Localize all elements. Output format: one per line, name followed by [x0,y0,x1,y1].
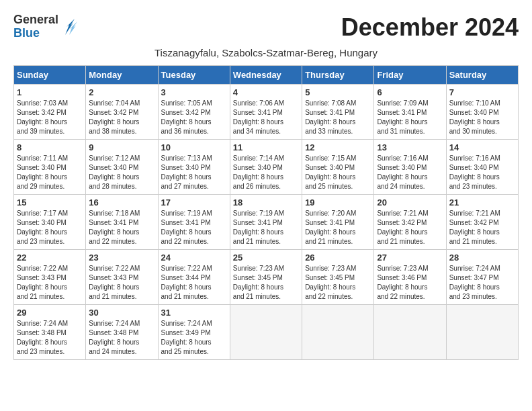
header-tuesday: Tuesday [158,66,230,85]
day-info: Sunrise: 7:18 AM Sunset: 3:41 PM Dayligh… [89,209,154,246]
day-number: 29 [17,308,83,318]
day-number: 19 [305,197,371,208]
day-info: Sunrise: 7:22 AM Sunset: 3:44 PM Dayligh… [161,264,227,302]
day-info: Sunrise: 7:20 AM Sunset: 3:41 PM Dayligh… [305,209,371,246]
table-row: 10Sunrise: 7:13 AM Sunset: 3:40 PM Dayli… [158,140,230,195]
day-info: Sunrise: 7:19 AM Sunset: 3:41 PM Dayligh… [161,209,227,246]
table-row: 9Sunrise: 7:12 AM Sunset: 3:40 PM Daylig… [86,140,158,195]
calendar-week-row: 22Sunrise: 7:22 AM Sunset: 3:43 PM Dayli… [14,250,519,305]
calendar-week-row: 29Sunrise: 7:24 AM Sunset: 3:48 PM Dayli… [14,305,519,360]
day-info: Sunrise: 7:06 AM Sunset: 3:41 PM Dayligh… [233,99,299,136]
day-number: 26 [305,253,371,263]
table-row: 17Sunrise: 7:19 AM Sunset: 3:41 PM Dayli… [158,195,230,250]
table-row: 8Sunrise: 7:11 AM Sunset: 3:40 PM Daylig… [14,140,86,195]
table-row: 26Sunrise: 7:23 AM Sunset: 3:45 PM Dayli… [302,250,374,305]
day-number: 2 [89,87,154,97]
calendar-week-row: 15Sunrise: 7:17 AM Sunset: 3:40 PM Dayli… [14,195,519,250]
table-row: 15Sunrise: 7:17 AM Sunset: 3:40 PM Dayli… [14,195,86,250]
day-info: Sunrise: 7:23 AM Sunset: 3:45 PM Dayligh… [305,264,371,302]
day-number: 18 [233,197,299,208]
table-row: 29Sunrise: 7:24 AM Sunset: 3:48 PM Dayli… [14,305,86,360]
logo: General Blue [13,13,81,40]
header-saturday: Saturday [446,66,518,85]
day-number: 16 [89,197,154,208]
table-row [230,305,302,360]
header-monday: Monday [86,66,158,85]
day-info: Sunrise: 7:04 AM Sunset: 3:42 PM Dayligh… [89,99,154,136]
day-info: Sunrise: 7:21 AM Sunset: 3:42 PM Dayligh… [377,209,443,246]
day-number: 27 [377,253,443,263]
day-number: 25 [233,253,299,263]
day-info: Sunrise: 7:05 AM Sunset: 3:42 PM Dayligh… [161,99,227,136]
table-row: 25Sunrise: 7:23 AM Sunset: 3:45 PM Dayli… [230,250,302,305]
day-number: 1 [17,87,83,97]
day-info: Sunrise: 7:19 AM Sunset: 3:41 PM Dayligh… [233,209,299,246]
table-row: 27Sunrise: 7:23 AM Sunset: 3:46 PM Dayli… [374,250,446,305]
table-row: 18Sunrise: 7:19 AM Sunset: 3:41 PM Dayli… [230,195,302,250]
day-info: Sunrise: 7:24 AM Sunset: 3:47 PM Dayligh… [449,264,515,302]
table-row: 3Sunrise: 7:05 AM Sunset: 3:42 PM Daylig… [158,85,230,140]
day-info: Sunrise: 7:09 AM Sunset: 3:41 PM Dayligh… [377,99,443,136]
month-title: December 2024 [341,13,519,42]
day-number: 15 [17,197,83,208]
day-number: 8 [17,142,83,152]
day-number: 20 [377,197,443,208]
day-number: 28 [449,253,515,263]
day-info: Sunrise: 7:15 AM Sunset: 3:40 PM Dayligh… [305,154,371,191]
day-number: 23 [89,253,154,263]
table-row [302,305,374,360]
table-row: 2Sunrise: 7:04 AM Sunset: 3:42 PM Daylig… [86,85,158,140]
day-info: Sunrise: 7:24 AM Sunset: 3:49 PM Dayligh… [161,319,227,357]
day-number: 11 [233,142,299,152]
page-header: General Blue December 2024 [13,13,519,42]
table-row: 1Sunrise: 7:03 AM Sunset: 3:42 PM Daylig… [14,85,86,140]
day-number: 4 [233,87,299,97]
day-info: Sunrise: 7:23 AM Sunset: 3:46 PM Dayligh… [377,264,443,302]
day-number: 7 [449,87,515,97]
day-number: 21 [449,197,515,208]
table-row: 16Sunrise: 7:18 AM Sunset: 3:41 PM Dayli… [86,195,158,250]
table-row: 4Sunrise: 7:06 AM Sunset: 3:41 PM Daylig… [230,85,302,140]
day-number: 6 [377,87,443,97]
day-info: Sunrise: 7:24 AM Sunset: 3:48 PM Dayligh… [89,319,154,357]
weekday-header-row: Sunday Monday Tuesday Wednesday Thursday… [14,66,519,85]
day-info: Sunrise: 7:21 AM Sunset: 3:42 PM Dayligh… [449,209,515,246]
day-info: Sunrise: 7:10 AM Sunset: 3:40 PM Dayligh… [449,99,515,136]
calendar-week-row: 8Sunrise: 7:11 AM Sunset: 3:40 PM Daylig… [14,140,519,195]
day-info: Sunrise: 7:17 AM Sunset: 3:40 PM Dayligh… [17,209,83,246]
table-row: 14Sunrise: 7:16 AM Sunset: 3:40 PM Dayli… [446,140,518,195]
day-info: Sunrise: 7:22 AM Sunset: 3:43 PM Dayligh… [89,264,154,302]
day-number: 3 [161,87,227,97]
logo-general-text: General [13,13,58,27]
table-row: 7Sunrise: 7:10 AM Sunset: 3:40 PM Daylig… [446,85,518,140]
day-info: Sunrise: 7:22 AM Sunset: 3:43 PM Dayligh… [17,264,83,302]
header-friday: Friday [374,66,446,85]
table-row: 19Sunrise: 7:20 AM Sunset: 3:41 PM Dayli… [302,195,374,250]
logo-blue-text: Blue [13,27,58,40]
day-info: Sunrise: 7:23 AM Sunset: 3:45 PM Dayligh… [233,264,299,302]
calendar-week-row: 1Sunrise: 7:03 AM Sunset: 3:42 PM Daylig… [14,85,519,140]
table-row [374,305,446,360]
day-info: Sunrise: 7:12 AM Sunset: 3:40 PM Dayligh… [89,154,154,191]
day-info: Sunrise: 7:16 AM Sunset: 3:40 PM Dayligh… [377,154,443,191]
day-number: 17 [161,197,227,208]
table-row: 24Sunrise: 7:22 AM Sunset: 3:44 PM Dayli… [158,250,230,305]
table-row: 5Sunrise: 7:08 AM Sunset: 3:41 PM Daylig… [302,85,374,140]
table-row [446,305,518,360]
day-number: 31 [161,308,227,318]
header-thursday: Thursday [302,66,374,85]
table-row: 21Sunrise: 7:21 AM Sunset: 3:42 PM Dayli… [446,195,518,250]
day-number: 10 [161,142,227,152]
table-row: 22Sunrise: 7:22 AM Sunset: 3:43 PM Dayli… [14,250,86,305]
table-row: 23Sunrise: 7:22 AM Sunset: 3:43 PM Dayli… [86,250,158,305]
table-row: 12Sunrise: 7:15 AM Sunset: 3:40 PM Dayli… [302,140,374,195]
day-info: Sunrise: 7:03 AM Sunset: 3:42 PM Dayligh… [17,99,83,136]
day-number: 9 [89,142,154,152]
header-wednesday: Wednesday [230,66,302,85]
table-row: 31Sunrise: 7:24 AM Sunset: 3:49 PM Dayli… [158,305,230,360]
table-row: 13Sunrise: 7:16 AM Sunset: 3:40 PM Dayli… [374,140,446,195]
logo-icon [60,16,81,38]
table-row: 20Sunrise: 7:21 AM Sunset: 3:42 PM Dayli… [374,195,446,250]
day-number: 22 [17,253,83,263]
day-info: Sunrise: 7:08 AM Sunset: 3:41 PM Dayligh… [305,99,371,136]
